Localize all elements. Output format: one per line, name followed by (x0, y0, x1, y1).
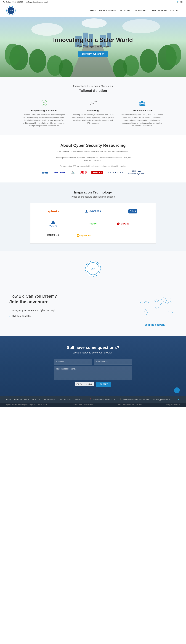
footer-link-contact[interactable]: CONTACT (74, 398, 82, 400)
svg-point-56 (154, 300, 154, 301)
service-desc-3: Our associates range from CCIE, CISSP, I… (121, 114, 164, 127)
svg-point-45 (145, 309, 146, 310)
hero-content: Innovating for a Safer World We Change t… (53, 37, 133, 57)
full-name-input[interactable] (54, 359, 92, 364)
tech-idv: ● iD&V (75, 221, 111, 227)
csr-section: CSR (0, 251, 186, 289)
nav-home[interactable]: HOME (90, 10, 96, 12)
hero-subtitle: We Change the Future (53, 45, 133, 48)
email-input[interactable] (94, 359, 132, 364)
svg-point-80 (172, 311, 172, 312)
nav-technology[interactable]: TECHNOLOGY (134, 10, 148, 12)
submit-button[interactable]: SUBMIT (96, 382, 111, 387)
svg-point-62 (155, 307, 156, 308)
svg-text:M: M (118, 223, 119, 225)
join-section: How Big Can You Dream? Join the adventur… (0, 289, 186, 336)
captcha-checkbox[interactable] (77, 383, 79, 386)
svg-point-35 (145, 301, 146, 302)
svg-point-66 (161, 299, 162, 300)
svg-marker-29 (85, 210, 88, 212)
svg-point-61 (156, 308, 157, 309)
services-heading: Complete Business Services (9, 84, 177, 88)
svg-point-47 (146, 312, 146, 312)
service-item-3: Professional Team Our associates range f… (121, 99, 164, 127)
csr-circle: CSR (85, 261, 101, 276)
join-left: How Big Can You Dream? Join the adventur… (9, 294, 57, 320)
svg-point-73 (167, 303, 168, 304)
svg-point-65 (156, 312, 157, 312)
footer-link-home[interactable]: HOME (6, 398, 11, 400)
svg-point-43 (144, 304, 144, 305)
join-arrow-2: › (9, 315, 10, 317)
gplus-icon[interactable]: G+ (180, 1, 183, 3)
footer: HOME WHAT WE OFFER ABOUT US TECHNOLOGY J… (0, 396, 186, 403)
svg-point-52 (156, 300, 157, 300)
scroll-top-button[interactable]: ↑ (174, 388, 180, 393)
nav-what-we-offer[interactable]: WHAT WE OFFER (99, 10, 116, 12)
svg-point-89 (165, 298, 166, 298)
join-title: Join the adventure. (9, 299, 57, 304)
svg-point-55 (158, 301, 158, 302)
footer-location-icon: 📍 (89, 398, 92, 400)
svg-point-53 (157, 300, 157, 301)
tech-symantec: Symantec (75, 232, 111, 239)
footer-link-what-we-offer[interactable]: WHAT WE OFFER (14, 398, 29, 400)
tech-empty (115, 234, 151, 237)
svg-point-24 (41, 100, 47, 106)
footer-email-icon: ✉ (153, 398, 155, 400)
svg-point-68 (166, 300, 167, 301)
nav-join-team[interactable]: JOIN THE TEAM (151, 10, 167, 12)
services-grid: Fully Managed Service Provide CSR with y… (22, 99, 164, 127)
svg-point-79 (170, 312, 171, 312)
footer-link-join[interactable]: JOIN THE TEAM (58, 398, 71, 400)
join-item-1[interactable]: › Have you got experience on Cyber Secur… (9, 309, 57, 312)
svg-point-90 (168, 298, 168, 299)
top-bar: 📞 Call us 07912 106 722 ✉ Email: info@pl… (0, 0, 186, 4)
service-icon-2 (89, 99, 97, 107)
about-title: About Cyber Security Resourcing (9, 143, 177, 148)
bottom-phone: Free Consultation 07912 106 722 (118, 404, 141, 406)
svg-point-67 (164, 300, 164, 300)
message-textarea[interactable] (54, 366, 132, 380)
footer-links: HOME WHAT WE OFFER ABOUT US TECHNOLOGY J… (6, 398, 82, 400)
svg-point-37 (143, 303, 143, 304)
bottom-email: info@planrev.co.uk (166, 404, 180, 406)
svg-point-72 (169, 302, 169, 303)
contact-form: I'm not a robot SUBMIT (54, 359, 132, 387)
svg-point-33 (142, 302, 142, 302)
svg-point-58 (156, 304, 156, 305)
logo[interactable]: CSR (6, 6, 16, 15)
svg-point-25 (43, 102, 44, 103)
svg-point-77 (169, 304, 170, 304)
phone-icon: 📞 (3, 1, 5, 3)
copyright: Cyber Security Resourcing LTD. Reg No: 1… (6, 404, 48, 406)
svg-point-38 (141, 304, 142, 304)
svg-point-88 (163, 298, 164, 298)
svg-point-46 (146, 310, 147, 311)
join-right: .wd{fill:#1a88c9;opacity:0.6;} (133, 294, 177, 326)
join-item-2[interactable]: › Click here to apply... (9, 315, 57, 317)
footer-link-tech[interactable]: TECHNOLOGY (43, 398, 55, 400)
twitter-icon[interactable]: 🐦 (177, 1, 179, 3)
tech-imperva: IMPERVA (35, 232, 71, 238)
hero-cta-button[interactable]: SEE WHAT WE OFFER (78, 52, 108, 57)
nav-contact[interactable]: CONTACT (170, 10, 180, 12)
svg-point-40 (146, 302, 147, 302)
svg-point-84 (160, 303, 160, 303)
tech-mcafee: M McAfee (115, 220, 151, 227)
services-subheading: Tailored Solution (9, 89, 177, 93)
footer-contact: 📍 Thames West Contractors Ltd 📞 Free Con… (89, 398, 171, 400)
footer-email: ✉ info@planrev.co.uk (153, 398, 171, 400)
captcha-box[interactable]: I'm not a robot (75, 382, 94, 386)
svg-point-49 (147, 312, 148, 313)
svg-point-39 (146, 303, 146, 304)
footer-phone: 📞 Free Consultation 07912 106 722 (120, 398, 149, 400)
contact-title: Still have some questions? (6, 345, 180, 350)
nav-about-us[interactable]: ABOUT US (120, 10, 130, 12)
svg-point-34 (143, 300, 144, 301)
svg-point-76 (172, 302, 172, 303)
service-title-1: Fully Managed Service (22, 109, 65, 112)
footer-link-about[interactable]: ABOUT US (31, 398, 40, 400)
footer-twitter-icon[interactable]: 🐦 (178, 398, 180, 400)
footer-phone-icon: 📞 (120, 398, 122, 400)
